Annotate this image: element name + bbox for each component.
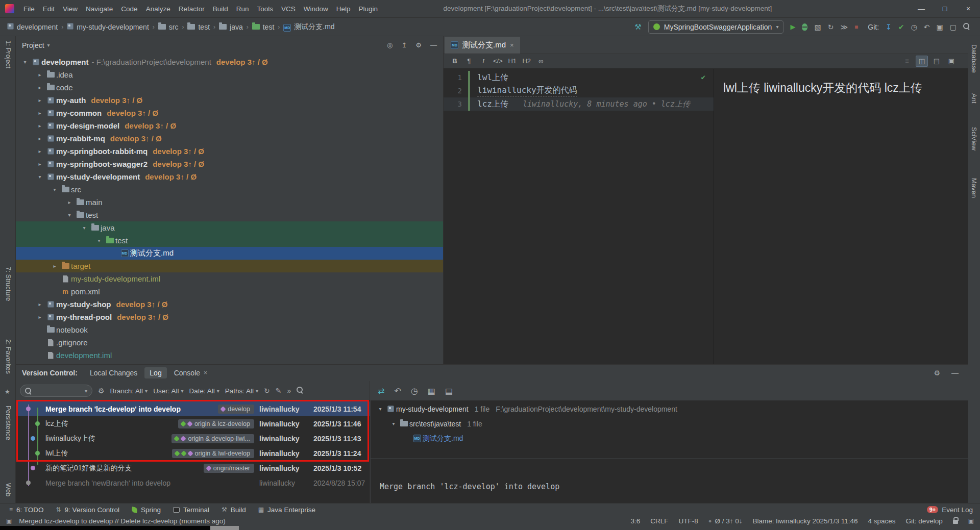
debug-button[interactable] (802, 23, 807, 31)
menu-code[interactable]: Code (117, 5, 141, 13)
history-clock-icon[interactable]: ◷ (411, 386, 418, 396)
run-button[interactable]: ▶ (790, 23, 795, 30)
tree-row-my-rabbit-mq[interactable]: ▸my-rabbit-mqdevelop 3↑ / Ø (16, 132, 443, 145)
markdown-preview[interactable]: lwl上传 liwinallucky开发的代码 lcz上传 (714, 69, 963, 364)
tree-open-arrow-icon[interactable]: ▾ (35, 174, 45, 180)
toolwindow-button-spring[interactable]: Spring (126, 503, 167, 516)
filter-paths[interactable]: Paths: All▾ (225, 387, 258, 395)
tree-row-my-springboot-swagger2[interactable]: ▸my-springboot-swagger2develop 3↑ / Ø (16, 158, 443, 170)
commit-row[interactable]: lcz上传origin & lcz-developliwinallucky202… (16, 416, 370, 431)
breadcrumb-item-test[interactable]: test (250, 23, 277, 31)
tree-open-arrow-icon[interactable]: ▾ (50, 187, 60, 192)
encoding-widget[interactable]: UTF-8 (679, 517, 698, 525)
tree-open-arrow-icon[interactable]: ▾ (389, 421, 398, 426)
tree-closed-arrow-icon[interactable]: ▸ (35, 123, 45, 129)
stop-button[interactable]: ■ (854, 24, 858, 30)
toolwindow-button-web[interactable]: Web (5, 483, 12, 497)
vcs-tab-local-changes[interactable]: Local Changes (85, 367, 142, 378)
breadcrumb-item-my-study-development[interactable]: my-study-development (65, 23, 151, 31)
changes-button[interactable]: ▣ (937, 23, 943, 31)
compare-branches-icon[interactable]: ⇄ (378, 386, 384, 396)
breadcrumb-item-src[interactable]: src (156, 23, 181, 31)
close-icon[interactable]: × (510, 41, 514, 49)
pilcrow-icon[interactable]: ¶ (463, 56, 475, 67)
toolwindow-button-6-todo[interactable]: ≡6: TODO (3, 503, 50, 516)
collapse-all-icon[interactable]: ↥ (401, 41, 407, 49)
tree-row-my-auth[interactable]: ▸my-authdevelop 3↑ / Ø (16, 94, 443, 107)
filter-user[interactable]: User: All▾ (153, 387, 183, 395)
go-to-hash-icon[interactable]: ✎ (276, 387, 282, 394)
console-button[interactable]: ▢ (950, 23, 957, 31)
hide-panel-icon[interactable]: ― (951, 369, 959, 377)
menu-help[interactable]: Help (332, 5, 355, 13)
chevron-double-icon[interactable]: » (287, 387, 291, 394)
lock-icon[interactable] (953, 520, 958, 524)
preview-only-icon[interactable]: ▤ (930, 56, 943, 67)
search-everywhere-button[interactable] (963, 22, 970, 32)
tree-open-arrow-icon[interactable]: ▾ (20, 59, 30, 65)
tree-row-idea[interactable]: ▸.idea (16, 68, 443, 81)
tree-closed-arrow-icon[interactable]: ▸ (35, 72, 45, 78)
tree-row-test[interactable]: ▾test (16, 234, 443, 247)
locate-icon[interactable]: ◎ (387, 41, 393, 49)
toolwindow-button-java-enterprise[interactable]: ▦Java Enterprise (252, 503, 322, 516)
editor-tab[interactable]: MD 测试分支.md × (445, 37, 520, 54)
group-by-icon[interactable]: ▦ (428, 386, 435, 396)
menu-vcs[interactable]: VCS (277, 5, 300, 13)
caret-position[interactable]: 3:6 (630, 517, 640, 525)
menu-analyze[interactable]: Analyze (142, 5, 175, 13)
log-search-input[interactable]: ▾ (20, 385, 92, 397)
indent-widget[interactable]: 4 spaces (868, 517, 896, 525)
tree-row-测试分支-md[interactable]: MD测试分支.md (16, 247, 443, 260)
toolwindow-button-7-structure[interactable]: 7: Structure (5, 267, 12, 301)
toolwindow-button-persistence[interactable]: Persistence (5, 406, 12, 440)
toolwindow-button-9-version-control[interactable]: ⇅9: Version Control (50, 503, 126, 516)
split-view-icon[interactable]: ◫ (916, 56, 928, 67)
tree-row-development[interactable]: ▾development - F:\graduationProject\deve… (16, 56, 443, 68)
heading2-icon[interactable]: H2 (521, 56, 533, 67)
menu-run[interactable]: Run (232, 5, 253, 13)
refresh-icon[interactable]: ↻ (264, 387, 270, 394)
tree-open-arrow-icon[interactable]: ▾ (64, 212, 75, 218)
tree-row-my-design-model[interactable]: ▸my-design-modeldevelop 3↑ / Ø (16, 119, 443, 132)
menu-edit[interactable]: Edit (39, 5, 59, 13)
breadcrumb-item-测试分支-md[interactable]: MD测试分支.md (281, 22, 336, 32)
tree-row-target[interactable]: ▸target (16, 260, 443, 272)
vcs-tab-log[interactable]: Log (144, 367, 166, 378)
git-rollback-button[interactable]: ↶ (924, 23, 930, 31)
tree-closed-arrow-icon[interactable]: ▸ (35, 136, 45, 141)
filter-gear-icon[interactable]: ⚙ (98, 387, 105, 394)
tree-row-my-study-shop[interactable]: ▸my-study-shopdevelop 3↑ / Ø (16, 298, 443, 311)
tree-row-my-thread-pool[interactable]: ▸my-thread-pooldevelop 3↑ / Ø (16, 311, 443, 323)
close-icon[interactable]: × (204, 369, 207, 376)
git-ahead-behind-widget[interactable]: ●Ø / 3↑ 0↓ (708, 517, 743, 525)
project-header-title[interactable]: Project (22, 41, 44, 49)
close-button[interactable]: × (957, 0, 980, 17)
favorites-star-icon[interactable]: ★ (5, 388, 10, 395)
changed-file-row[interactable]: ▾my-study-development1 fileF:\graduation… (371, 401, 968, 416)
tree-closed-arrow-icon[interactable]: ▸ (35, 301, 45, 307)
tree-row-notebook[interactable]: notebook (16, 323, 443, 336)
hide-panel-icon[interactable]: ― (430, 41, 437, 49)
tree-closed-arrow-icon[interactable]: ▸ (35, 148, 45, 154)
coverage-button[interactable]: ▧ (814, 23, 821, 31)
tree-closed-arrow-icon[interactable]: ▸ (35, 161, 45, 167)
tree-row-main[interactable]: ▸main (16, 196, 443, 209)
commit-row[interactable]: liwinallucky上传origin & develop-liwi...li… (16, 431, 370, 446)
toolwindow-toggle-icon[interactable]: ▣ (6, 517, 12, 524)
menu-window[interactable]: Window (300, 5, 332, 13)
italic-icon[interactable]: I (477, 56, 489, 67)
event-log-button[interactable]: 9+ Event Log (927, 506, 980, 514)
tree-closed-arrow-icon[interactable]: ▸ (35, 97, 45, 103)
tree-open-arrow-icon[interactable]: ▾ (94, 238, 104, 243)
tree-closed-arrow-icon[interactable]: ▸ (50, 263, 60, 269)
settings-gear-icon[interactable]: ⚙ (415, 41, 422, 49)
tree-open-arrow-icon[interactable]: ▾ (79, 225, 89, 231)
toolwindow-button-build[interactable]: ⚒Build (215, 503, 252, 516)
editor-line-3[interactable]: 3lcz上传liwinallucky, 8 minutes ago • lcz上… (444, 97, 714, 111)
menu-view[interactable]: View (59, 5, 82, 13)
editor-only-icon[interactable]: ≡ (901, 56, 913, 67)
menu-tools[interactable]: Tools (253, 5, 278, 13)
layout-icon[interactable]: ▣ (945, 56, 958, 67)
toolwindow-button-sciview[interactable]: SciView (970, 127, 978, 150)
